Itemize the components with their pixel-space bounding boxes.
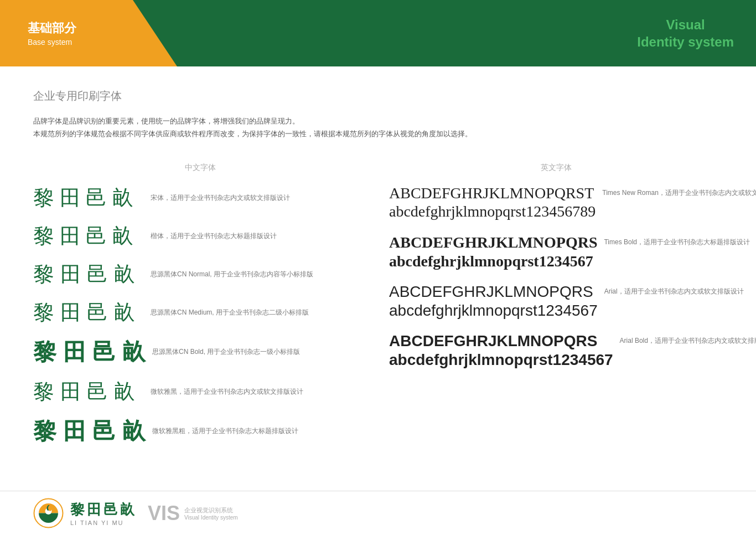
cn-sample-2: 黎 田 邑 畝 [33, 222, 144, 250]
en-sample-2a: ABCDEFGHRJKLMNOPQRS [389, 233, 597, 252]
cn-font-row-6: 黎 田 邑 畝 微软雅黑，适用于企业书刊杂志内文或软文排版设计 [33, 378, 367, 406]
en-desc-2: Times Bold，适用于企业书刊杂志大标题排版设计 [604, 233, 750, 247]
en-sample-1a: ABCDEFGHRJKLMNOPQRST [389, 184, 596, 203]
cn-font-row-2: 黎 田 邑 畝 楷体，适用于企业书刊杂志大标题排版设计 [33, 222, 367, 250]
english-column-header: 英文字体 [389, 163, 723, 173]
en-font-row-2: ABCDEFGHRJKLMNOPQRS abcdefghrjklmnopqrst… [389, 233, 723, 270]
footer-brand-en: LI TIAN YI MU [70, 519, 137, 526]
description: 品牌字体是品牌识别的重要元素，使用统一的品牌字体，将增强我们的品牌呈现力。 本规… [33, 115, 723, 141]
cn-font-row-5: 黎 田 邑 畝 思源黑体CN Bold, 用于企业书刊杂志一级小标排版 [33, 337, 367, 368]
en-desc-1: Times New Roman，适用于企业书刊杂志内文或软文排版设计 [602, 184, 756, 198]
cn-font-row-4: 黎 田 邑 畝 思源黑体CN Medium, 用于企业书刊杂志二级小标排版 [33, 299, 367, 327]
description-line1: 品牌字体是品牌识别的重要元素，使用统一的品牌字体，将增强我们的品牌呈现力。 [33, 115, 723, 127]
section-title: 企业专用印刷字体 [33, 89, 723, 104]
en-font-container-2: ABCDEFGHRJKLMNOPQRS abcdefghrjklmnopqrst… [389, 233, 723, 270]
footer-brand-cn: 黎田邑畝 [70, 500, 137, 519]
en-sample-3b: abcdefghrjklmnopqrst1234567 [389, 301, 598, 320]
description-line2: 本规范所列的字体规范会根据不同字体供应商或软件程序而改变，为保持字体的一致性，请… [33, 127, 723, 140]
en-font-row-3: ABCDEFGHRJKLMNOPQRS abcdefghrjklmnopqrst… [389, 282, 723, 320]
header: 基础部分 Base system Visual Identity system [0, 0, 756, 66]
header-left: 基础部分 Base system [0, 0, 177, 66]
footer-logo: 黎田邑畝 LI TIAN YI MU [33, 498, 137, 528]
footer: 黎田邑畝 LI TIAN YI MU VIS 企业视觉识别系统 Visual I… [0, 491, 756, 535]
cn-desc-6: 微软雅黑，适用于企业书刊杂志内文或软文排版设计 [151, 387, 303, 397]
cn-sample-3: 黎 田 邑 畝 [33, 260, 144, 289]
en-desc-4: Arial Bold，适用于企业书刊杂志内文或软文排版设计 [620, 332, 756, 346]
cn-sample-5: 黎 田 邑 畝 [33, 337, 146, 368]
header-title-cn: 基础部分 [28, 20, 76, 37]
cn-desc-1: 宋体，适用于企业书刊杂志内文或软文排版设计 [151, 193, 290, 203]
footer-brand-text: 黎田邑畝 LI TIAN YI MU [70, 500, 137, 526]
cn-font-row-1: 黎 田 邑 畝 宋体，适用于企业书刊杂志内文或软文排版设计 [33, 184, 367, 212]
cn-sample-6: 黎 田 邑 畝 [33, 378, 144, 406]
en-font-container-3: ABCDEFGHRJKLMNOPQRS abcdefghrjklmnopqrst… [389, 282, 723, 320]
cn-desc-5: 思源黑体CN Bold, 用于企业书刊杂志一级小标排版 [152, 347, 300, 357]
cn-desc-2: 楷体，适用于企业书刊杂志大标题排版设计 [151, 232, 277, 241]
en-sample-4b: abcdefghrjklmnopqrst1234567 [389, 351, 613, 369]
cn-desc-4: 思源黑体CN Medium, 用于企业书刊杂志二级小标排版 [151, 308, 309, 317]
header-title-en: Base system [28, 38, 76, 47]
en-sample-2b: abcdefghrjklmnopqrst1234567 [389, 252, 597, 271]
vis-label: VIS [148, 502, 180, 525]
cn-sample-1: 黎 田 邑 畝 [33, 184, 144, 212]
fonts-container: 中文字体 黎 田 邑 畝 宋体，适用于企业书刊杂志内文或软文排版设计 黎 田 邑… [33, 163, 723, 457]
cn-desc-3: 思源黑体CN Normal, 用于企业书刊杂志内容等小标排版 [151, 270, 313, 279]
cn-sample-7: 黎 田 邑 畝 [33, 416, 146, 447]
brand-logo-icon [33, 498, 64, 528]
en-sample-4a: ABCDEFGHRJKLMNOPQRS [389, 332, 613, 351]
header-brand-text: Visual Identity system [637, 16, 734, 50]
vis-subtitle: 企业视觉识别系统 Visual Identity system [184, 506, 238, 521]
english-fonts-column: 英文字体 ABCDEFGHRJKLMNOPQRST abcdefghrjklmn… [378, 163, 723, 457]
en-lines-4: ABCDEFGHRJKLMNOPQRS abcdefghrjklmnopqrst… [389, 332, 613, 369]
chinese-fonts-column: 中文字体 黎 田 邑 畝 宋体，适用于企业书刊杂志内文或软文排版设计 黎 田 邑… [33, 163, 378, 457]
header-orange-shape [0, 0, 177, 66]
en-font-container-4: ABCDEFGHRJKLMNOPQRS abcdefghrjklmnopqrst… [389, 332, 723, 369]
en-sample-3a: ABCDEFGHRJKLMNOPQRS [389, 282, 598, 301]
en-lines-3: ABCDEFGHRJKLMNOPQRS abcdefghrjklmnopqrst… [389, 282, 598, 320]
en-desc-3: Arial，适用于企业书刊杂志内文或软文排版设计 [604, 282, 744, 296]
en-lines-2: ABCDEFGHRJKLMNOPQRS abcdefghrjklmnopqrst… [389, 233, 597, 270]
en-font-row-4: ABCDEFGHRJKLMNOPQRS abcdefghrjklmnopqrst… [389, 332, 723, 369]
chinese-column-header: 中文字体 [33, 163, 367, 173]
en-sample-1b: abcdefghrjklmnopqrst123456789 [389, 202, 596, 221]
cn-desc-7: 微软雅黑粗，适用于企业书刊杂志大标题排版设计 [152, 426, 298, 436]
cn-font-row-7: 黎 田 邑 畝 微软雅黑粗，适用于企业书刊杂志大标题排版设计 [33, 416, 367, 447]
header-right: Visual Identity system [637, 16, 734, 50]
vis-subtitle-cn: 企业视觉识别系统 [184, 506, 238, 515]
cn-font-row-3: 黎 田 邑 畝 思源黑体CN Normal, 用于企业书刊杂志内容等小标排版 [33, 260, 367, 289]
main-content: 企业专用印刷字体 品牌字体是品牌识别的重要元素，使用统一的品牌字体，将增强我们的… [0, 66, 756, 479]
en-font-container-1: ABCDEFGHRJKLMNOPQRST abcdefghrjklmnopqrs… [389, 184, 723, 221]
header-left-text: 基础部分 Base system [28, 20, 76, 47]
en-lines-1: ABCDEFGHRJKLMNOPQRST abcdefghrjklmnopqrs… [389, 184, 596, 221]
footer-vis: VIS 企业视觉识别系统 Visual Identity system [148, 502, 238, 525]
vis-subtitle-en: Visual Identity system [184, 515, 238, 521]
en-font-row-1: ABCDEFGHRJKLMNOPQRST abcdefghrjklmnopqrs… [389, 184, 723, 221]
cn-sample-4: 黎 田 邑 畝 [33, 299, 144, 327]
